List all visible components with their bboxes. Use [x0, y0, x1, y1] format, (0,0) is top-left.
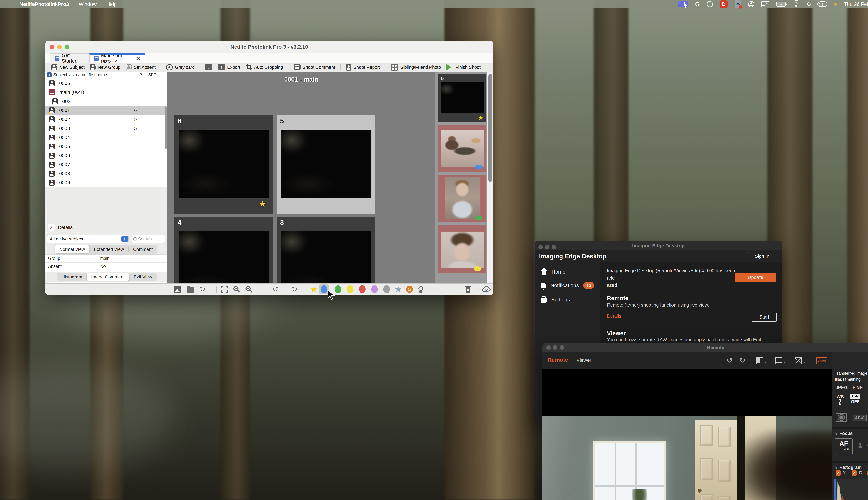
subject-row[interactable]: 0021 — [45, 97, 164, 106]
photo-card-5[interactable]: 5 — [276, 115, 376, 214]
rotate-right-button[interactable]: ↻ — [292, 285, 298, 293]
channel-r-checkbox[interactable]: ✓R — [852, 470, 863, 476]
auto-cropping-button[interactable]: Auto Cropping — [245, 64, 283, 70]
menu-window[interactable]: Window — [79, 1, 96, 7]
filmstrip-scrollbar[interactable] — [487, 72, 493, 283]
tab-viewer[interactable]: Viewer — [576, 357, 591, 363]
nav-notifications[interactable]: Notifications13 — [535, 281, 599, 290]
cloud-sync-button[interactable] — [482, 286, 491, 293]
tab-exif-view[interactable]: Exif View — [129, 273, 157, 281]
subject-row[interactable]: 0005 — [45, 142, 164, 151]
subject-row[interactable]: 0006 — [45, 151, 164, 160]
metering-mode-icon[interactable] — [835, 413, 847, 422]
refresh-button[interactable]: ↻ — [199, 285, 206, 293]
face-priority-icon[interactable] — [857, 442, 863, 448]
ied-badge-icon[interactable]: IED — [734, 0, 741, 8]
af-mode-control[interactable]: AF-C — [853, 415, 867, 421]
details-link[interactable]: Details — [607, 314, 621, 319]
photo-thumbnail[interactable] — [441, 129, 484, 167]
purple-rating-button[interactable] — [371, 285, 378, 293]
red-rating-button[interactable] — [359, 285, 366, 293]
collapse-chevron-icon[interactable]: ∧ — [48, 224, 55, 231]
photo-thumbnail[interactable] — [179, 129, 269, 197]
layout-grid-button[interactable] — [795, 357, 802, 364]
rotate-ccw-button[interactable]: ↺ — [727, 356, 733, 365]
tab-remote[interactable]: Remote — [548, 357, 568, 363]
new-subject-button[interactable]: New Subject — [51, 64, 84, 70]
layout-single-button[interactable] — [756, 357, 763, 364]
shoot-comment-button[interactable]: Shoot Comment — [294, 64, 335, 70]
photo-thumbnail[interactable] — [281, 129, 371, 197]
star-icon[interactable]: ★ — [259, 199, 266, 208]
blue-rating-dot[interactable] — [475, 164, 482, 169]
imaging-edge-titlebar[interactable]: Imaging Edge Desktop — [535, 241, 782, 250]
tab-main-shoot[interactable]: Main shoot: test222 ✕ — [89, 54, 145, 63]
tab-comment[interactable]: Comment — [129, 246, 157, 253]
subject-row[interactable]: 0009 — [45, 178, 164, 187]
white-balance-control[interactable]: WB — [836, 394, 844, 403]
tab-get-started[interactable]: Get Started — [50, 54, 89, 63]
folder-button[interactable] — [187, 286, 194, 293]
scrollbar-thumb[interactable] — [488, 74, 492, 182]
export-button[interactable]: ↑Export — [218, 64, 240, 70]
sign-in-button[interactable]: Sign In — [747, 252, 777, 260]
tab-histogram[interactable]: Histogram — [57, 273, 87, 281]
screen-mirroring-icon[interactable] — [677, 1, 688, 8]
subject-row[interactable]: 0004 — [45, 133, 164, 142]
filmstrip-card-boy-lying[interactable] — [438, 125, 486, 172]
yellow-star-rating-button[interactable]: ★ — [310, 284, 318, 294]
tab-extended-view[interactable]: Extended View — [89, 246, 128, 253]
group-row[interactable]: main (0/21) — [45, 88, 164, 97]
zoom-out-button[interactable] — [245, 285, 253, 293]
details-header[interactable]: ∧ Details — [45, 224, 73, 231]
nav-home[interactable]: Home — [535, 267, 599, 277]
grey-card-button[interactable]: Grey card — [166, 64, 195, 70]
layout-split-button[interactable] — [775, 357, 783, 364]
format-jpeg[interactable]: JPEG — [835, 385, 847, 390]
star-icon[interactable]: ★ — [478, 114, 483, 121]
control-center-icon[interactable] — [818, 1, 827, 7]
app-d-icon[interactable]: D — [720, 0, 728, 8]
fullscreen-button[interactable] — [221, 286, 228, 293]
update-button[interactable]: Update — [735, 273, 776, 282]
search-field[interactable] — [131, 235, 165, 243]
tab-image-comment[interactable]: Image Comment — [87, 273, 129, 281]
set-absent-button[interactable]: Set Absent — [126, 64, 156, 70]
format-fine[interactable]: FINE — [853, 385, 863, 390]
s-rating-button[interactable]: S — [406, 286, 413, 293]
nav-settings[interactable]: Settings — [535, 295, 599, 305]
delete-button[interactable] — [465, 285, 471, 293]
dynamic-range-control[interactable]: D-R OFF — [850, 394, 860, 404]
subject-row-selected[interactable]: ★00016 — [45, 106, 164, 115]
filmstrip-card-baby[interactable] — [438, 175, 486, 222]
subject-list-header[interactable]: ▴▾ Subject last name, first name P SFP — [45, 72, 167, 78]
new-group-button[interactable]: New Group — [90, 64, 121, 70]
close-tab-icon[interactable]: ✕ — [136, 56, 140, 61]
subject-list-scrollbar[interactable] — [164, 106, 167, 149]
green-rating-dot[interactable] — [475, 216, 482, 220]
finish-shoot-button[interactable]: Finish Shoot — [446, 64, 481, 71]
grammarly-icon[interactable]: G — [695, 1, 700, 7]
photo-card-6[interactable]: 6 ★ — [174, 115, 273, 214]
channel-y-checkbox[interactable]: ✓Y — [835, 470, 846, 476]
yellow-rating-dot[interactable] — [474, 266, 481, 271]
sibling-friend-photo-button[interactable]: Sibling/Friend Photo — [391, 64, 441, 71]
subject-row[interactable]: 0007 — [45, 160, 164, 169]
live-view-area[interactable] — [542, 369, 832, 500]
filmstrip-card-6[interactable]: 6 ★ — [438, 74, 486, 122]
menu-app-name[interactable]: NetlifePhotolinkPro3 — [20, 1, 69, 7]
search-input[interactable] — [138, 237, 161, 241]
view-button[interactable]: VIEW — [816, 357, 827, 364]
filmstrip-card-boy-portrait[interactable] — [438, 225, 486, 273]
rotate-left-button[interactable]: ↺ — [273, 285, 278, 293]
subject-row[interactable]: 00025 — [45, 115, 164, 124]
spotlight-icon[interactable] — [807, 1, 811, 7]
photo-thumbnail[interactable] — [441, 82, 484, 113]
blue-star-rating-button[interactable]: ★ — [394, 284, 402, 294]
sort-icon[interactable]: ▴▾ — [47, 72, 52, 77]
focus-section-header[interactable]: ∨Focus — [835, 431, 853, 436]
start-button[interactable]: Start — [752, 312, 777, 321]
remote-titlebar[interactable]: Remote — [542, 343, 868, 352]
wifi-icon[interactable] — [792, 1, 800, 7]
shoot-report-button[interactable]: Shoot Report — [346, 64, 380, 71]
